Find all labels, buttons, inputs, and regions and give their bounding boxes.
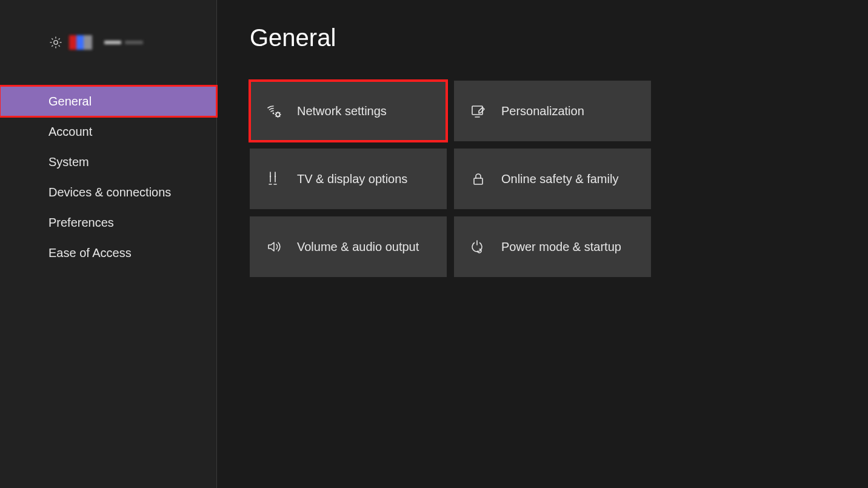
- sidebar-item-label: Preferences: [48, 216, 114, 230]
- sidebar-item-label: Account: [48, 125, 92, 139]
- speaker-icon: [265, 238, 282, 255]
- tile-label: Volume & audio output: [297, 240, 419, 254]
- page-title: General: [250, 24, 835, 52]
- tile-label: TV & display options: [297, 172, 407, 186]
- personalize-icon: [470, 102, 487, 119]
- sidebar-nav: General Account System Devices & connect…: [0, 86, 216, 268]
- tile-network-settings[interactable]: Network settings: [250, 81, 447, 141]
- tile-label: Personalization: [501, 104, 584, 118]
- avatar: [69, 35, 92, 50]
- sidebar-item-label: System: [48, 155, 89, 169]
- sidebar-item-devices[interactable]: Devices & connections: [0, 177, 216, 207]
- svg-point-0: [54, 41, 58, 44]
- network-icon: [265, 102, 282, 119]
- tile-power-startup[interactable]: Power mode & startup: [454, 216, 651, 277]
- sidebar: General Account System Devices & connect…: [0, 0, 217, 488]
- gear-icon: [48, 35, 63, 50]
- svg-rect-3: [472, 106, 482, 115]
- sidebar-item-label: General: [48, 95, 92, 109]
- tv-icon: [265, 170, 282, 187]
- sidebar-item-general[interactable]: General: [0, 86, 216, 116]
- sidebar-item-system[interactable]: System: [0, 147, 216, 177]
- settings-grid: Network settings Personalization: [250, 81, 835, 277]
- svg-point-1: [273, 113, 275, 115]
- sidebar-item-label: Devices & connections: [48, 186, 171, 199]
- svg-rect-6: [474, 178, 482, 184]
- tile-volume-audio[interactable]: Volume & audio output: [250, 216, 447, 277]
- sidebar-item-preferences[interactable]: Preferences: [0, 207, 216, 238]
- sidebar-header: [0, 35, 216, 50]
- tile-online-safety[interactable]: Online safety & family: [454, 149, 651, 209]
- sidebar-item-account[interactable]: Account: [0, 116, 216, 147]
- tile-label: Power mode & startup: [501, 240, 621, 254]
- lock-icon: [470, 170, 487, 187]
- tile-label: Network settings: [297, 104, 387, 118]
- tile-tv-display[interactable]: TV & display options: [250, 149, 447, 209]
- tile-label: Online safety & family: [501, 172, 618, 186]
- power-icon: [470, 238, 487, 255]
- sidebar-item-label: Ease of Access: [48, 246, 132, 260]
- tile-personalization[interactable]: Personalization: [454, 81, 651, 141]
- sidebar-item-ease-of-access[interactable]: Ease of Access: [0, 238, 216, 268]
- username-redacted: [104, 41, 143, 44]
- main-panel: General Network settings: [217, 0, 868, 488]
